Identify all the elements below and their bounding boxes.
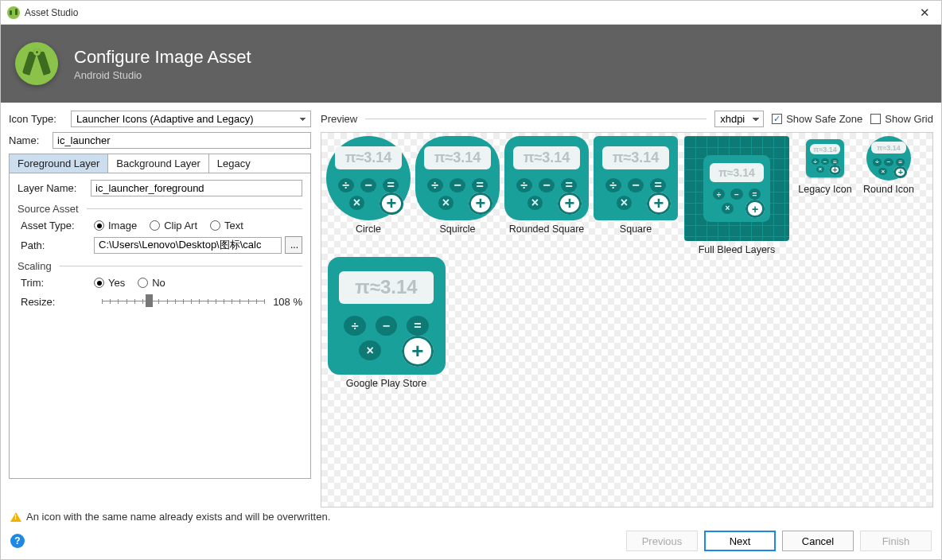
asset-type-label: Asset Type: bbox=[21, 220, 94, 231]
cancel-button[interactable]: Cancel bbox=[782, 531, 854, 551]
trim-no[interactable]: No bbox=[138, 277, 165, 289]
app-icon bbox=[7, 6, 20, 19]
tab-background[interactable]: Background Layer bbox=[108, 154, 209, 173]
android-studio-icon bbox=[15, 42, 58, 85]
preview-rounded-square: π≈3.14÷−=×+ Rounded Square bbox=[503, 136, 590, 255]
next-button[interactable]: Next bbox=[704, 531, 776, 551]
name-input[interactable] bbox=[53, 132, 311, 149]
resize-value: 108 % bbox=[273, 296, 302, 308]
warning-text: An icon with the same name already exist… bbox=[26, 511, 330, 523]
preview-circle: π≈3.14÷−=×+ Circle bbox=[325, 136, 412, 255]
layer-name-label: Layer Name: bbox=[18, 182, 91, 194]
preview-label: Preview bbox=[321, 113, 357, 125]
resize-slider[interactable] bbox=[102, 294, 265, 309]
show-safe-zone-checkbox[interactable]: Show Safe Zone bbox=[772, 113, 862, 125]
foreground-panel: Layer Name: Source Asset Asset Type: Ima… bbox=[9, 173, 311, 479]
resize-label: Resize: bbox=[21, 296, 94, 308]
warning-row: An icon with the same name already exist… bbox=[1, 508, 941, 523]
window-title: Asset Studio bbox=[25, 7, 78, 18]
preview-legacy-icon: π≈3.14÷−=×+ Legacy Icon bbox=[794, 136, 856, 255]
banner-subtitle: Android Studio bbox=[74, 69, 251, 81]
source-asset-heading: Source Asset bbox=[18, 203, 79, 215]
trim-label: Trim: bbox=[21, 277, 94, 289]
asset-type-text[interactable]: Text bbox=[210, 220, 243, 231]
path-input[interactable] bbox=[94, 237, 282, 254]
preview-squircle: π≈3.14÷−=×+ Squircle bbox=[414, 136, 501, 255]
preview-panel: Preview xhdpi Show Safe Zone Show Grid π… bbox=[321, 111, 933, 508]
scaling-heading: Scaling bbox=[18, 260, 52, 272]
icon-type-label: Icon Type: bbox=[9, 113, 71, 125]
help-icon[interactable]: ? bbox=[10, 534, 25, 548]
banner: Configure Image Asset Android Studio bbox=[1, 25, 941, 103]
tab-legacy[interactable]: Legacy bbox=[209, 154, 259, 173]
asset-type-image[interactable]: Image bbox=[94, 220, 137, 231]
body: Icon Type: Launcher Icons (Adaptive and … bbox=[1, 103, 941, 508]
asset-type-clipart[interactable]: Clip Art bbox=[150, 220, 197, 231]
preview-round-icon: π≈3.14÷−=×+ Round Icon bbox=[858, 136, 920, 255]
layer-tabs: Foreground Layer Background Layer Legacy bbox=[9, 154, 311, 173]
show-grid-checkbox[interactable]: Show Grid bbox=[870, 113, 933, 125]
path-label: Path: bbox=[21, 239, 94, 251]
preview-google-play: π≈3.14÷−=×+ Google Play Store bbox=[325, 257, 448, 389]
finish-button[interactable]: Finish bbox=[860, 531, 932, 551]
warning-icon bbox=[10, 512, 21, 522]
name-label: Name: bbox=[9, 134, 53, 146]
banner-title: Configure Image Asset bbox=[74, 47, 251, 68]
layer-name-input[interactable] bbox=[91, 180, 302, 196]
icon-type-select[interactable]: Launcher Icons (Adaptive and Legacy) bbox=[71, 111, 311, 127]
trim-yes[interactable]: Yes bbox=[94, 277, 125, 289]
previous-button[interactable]: Previous bbox=[626, 531, 698, 551]
browse-button[interactable]: ... bbox=[285, 236, 302, 254]
window-root: { "titlebar": { "title": "Asset Studio" … bbox=[0, 0, 942, 560]
titlebar: Asset Studio ✕ bbox=[1, 1, 941, 25]
preview-area: π≈3.14÷−=×+ Circle π≈3.14÷−=×+ Squircle … bbox=[321, 132, 933, 508]
tab-foreground[interactable]: Foreground Layer bbox=[10, 154, 108, 173]
density-select[interactable]: xhdpi bbox=[714, 111, 764, 127]
config-panel: Icon Type: Launcher Icons (Adaptive and … bbox=[9, 111, 311, 508]
close-icon[interactable]: ✕ bbox=[915, 6, 935, 20]
footer: ? Previous Next Cancel Finish bbox=[1, 523, 941, 559]
preview-full-bleed: π≈3.14÷−=×+ Full Bleed Layers bbox=[681, 136, 792, 255]
preview-square: π≈3.14÷−=×+ Square bbox=[592, 136, 679, 255]
